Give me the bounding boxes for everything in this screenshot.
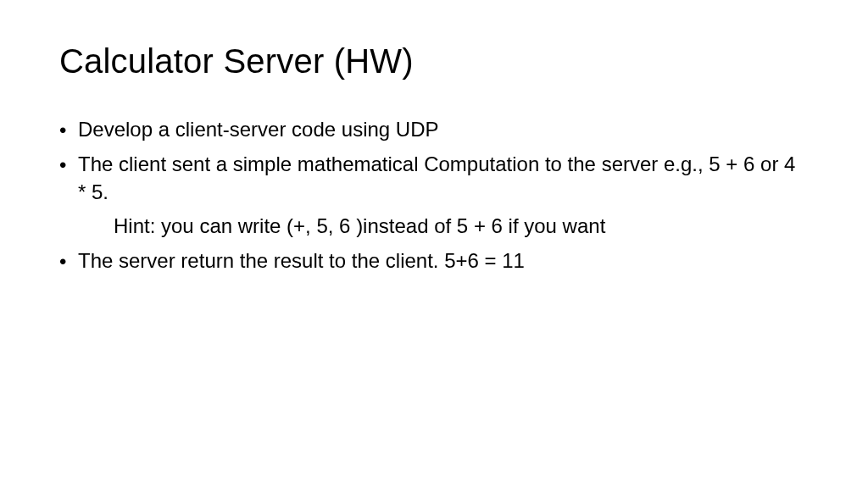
slide-content: • Develop a client-server code using UDP… xyxy=(59,116,809,275)
slide-title: Calculator Server (HW) xyxy=(59,42,809,80)
bullet-text: The client sent a simple mathematical Co… xyxy=(78,151,809,206)
bullet-icon: • xyxy=(59,151,78,206)
bullet-text: The server return the result to the clie… xyxy=(78,247,809,275)
bullet-icon: • xyxy=(59,247,78,275)
list-item: • Develop a client-server code using UDP xyxy=(59,116,809,144)
list-item: • The client sent a simple mathematical … xyxy=(59,151,809,206)
hint-text: Hint: you can write (+, 5, 6 )instead of… xyxy=(59,213,809,240)
list-item: • The server return the result to the cl… xyxy=(59,247,809,275)
bullet-text: Develop a client-server code using UDP xyxy=(78,116,809,144)
bullet-icon: • xyxy=(59,116,78,144)
